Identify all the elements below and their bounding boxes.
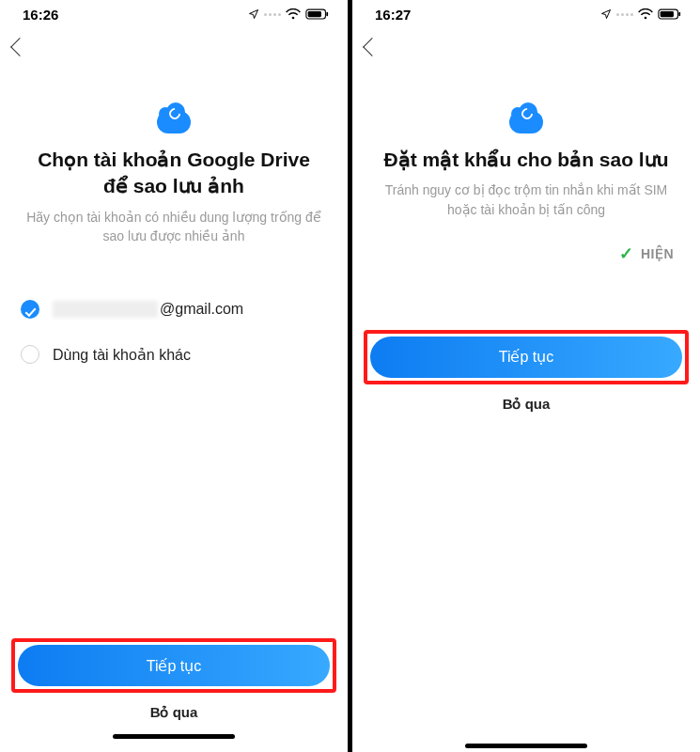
spacer	[352, 730, 700, 752]
page-title: Chọn tài khoản Google Drive để sao lưu ả…	[0, 147, 348, 200]
battery-icon	[658, 7, 681, 23]
svg-rect-7	[678, 11, 680, 15]
back-row	[0, 28, 348, 66]
account-other-label: Dùng tài khoản khác	[53, 346, 327, 364]
dual-screenshot-container: 16:26 Chọn tài khoản Google Drive để sao…	[0, 0, 700, 752]
account-option-other[interactable]: Dùng tài khoản khác	[21, 332, 327, 377]
wifi-icon	[638, 7, 653, 23]
phone-screen-left: 16:26 Chọn tài khoản Google Drive để sao…	[0, 0, 348, 752]
skip-button[interactable]: Bỏ qua	[364, 396, 689, 413]
bottom-actions: Tiếp tục Bỏ qua	[0, 638, 348, 752]
hero-icon-wrap	[352, 111, 700, 133]
redacted-prefix	[53, 301, 158, 318]
phone-screen-right: 16:27 Đặt mật khẩu cho bản sao lưu Tránh	[352, 0, 700, 752]
cloud-backup-icon	[509, 111, 543, 133]
skip-button[interactable]: Bỏ qua	[11, 704, 336, 721]
page-subtitle: Tránh nguy cơ bị đọc trộm tin nhắn khi m…	[352, 173, 700, 219]
status-time: 16:27	[375, 7, 411, 23]
wifi-icon	[286, 7, 301, 23]
continue-button[interactable]: Tiếp tục	[18, 645, 330, 686]
status-time: 16:26	[23, 7, 58, 23]
page-title: Đặt mật khẩu cho bản sao lưu	[352, 147, 700, 173]
highlight-box: Tiếp tục	[11, 638, 336, 693]
status-right-cluster	[248, 7, 329, 23]
continue-button[interactable]: Tiếp tục	[370, 337, 682, 378]
back-row	[352, 28, 700, 66]
cellular-dots-icon	[264, 13, 281, 16]
account-email: @gmail.com	[53, 301, 327, 318]
cellular-dots-icon	[616, 13, 633, 16]
svg-point-0	[292, 16, 295, 19]
location-icon	[600, 7, 612, 23]
status-bar: 16:27	[352, 0, 700, 28]
home-indicator	[465, 744, 587, 748]
cloud-backup-icon	[157, 111, 191, 133]
password-visibility-row: ✓ HIỆN	[352, 219, 700, 264]
svg-rect-2	[308, 10, 321, 16]
check-icon: ✓	[619, 243, 633, 264]
svg-rect-6	[661, 10, 674, 16]
account-list: @gmail.com Dùng tài khoản khác	[0, 287, 348, 377]
account-option-selected[interactable]: @gmail.com	[21, 287, 327, 332]
radio-checked-icon	[21, 300, 39, 319]
back-chevron-icon[interactable]	[363, 38, 381, 56]
bottom-actions: Tiếp tục Bỏ qua	[352, 330, 700, 422]
status-right-cluster	[600, 7, 681, 23]
radio-empty-icon	[21, 345, 39, 364]
home-indicator	[113, 734, 235, 739]
page-subtitle: Hãy chọn tài khoản có nhiều dung lượng t…	[0, 200, 348, 246]
svg-rect-3	[326, 11, 328, 15]
battery-icon	[305, 7, 329, 23]
highlight-box: Tiếp tục	[364, 330, 689, 384]
location-icon	[248, 7, 259, 23]
status-bar: 16:26	[0, 0, 348, 28]
visibility-toggle[interactable]: HIỆN	[641, 246, 674, 261]
svg-point-4	[645, 16, 647, 19]
hero-icon-wrap	[0, 111, 348, 133]
back-chevron-icon[interactable]	[10, 38, 29, 56]
